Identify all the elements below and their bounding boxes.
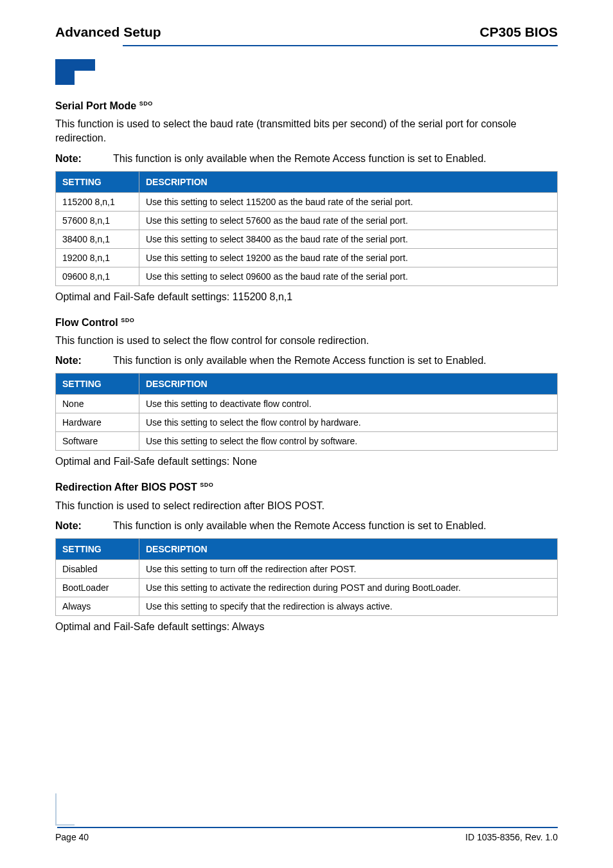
table-header-description: DESCRIPTION (139, 171, 558, 192)
default-settings-text: Optimal and Fail-Safe default settings: … (55, 456, 558, 467)
section-heading: Redirection After BIOS POST SDO (55, 482, 558, 493)
table-header-setting: SETTING (56, 539, 139, 560)
table-row: DisabledUse this setting to turn off the… (56, 560, 558, 579)
table-cell-description: Use this setting to select the flow cont… (139, 432, 558, 451)
table-row: NoneUse this setting to deactivate flow … (56, 395, 558, 413)
table-cell-description: Use this setting to specify that the red… (139, 597, 558, 616)
table-cell-description: Use this setting to select 115200 as the… (139, 192, 558, 211)
table-row: BootLoaderUse this setting to activate t… (56, 579, 558, 597)
section-heading-text: Flow Control (55, 317, 121, 328)
note-label: Note: (55, 520, 113, 532)
table-row: AlwaysUse this setting to specify that t… (56, 597, 558, 616)
section-heading-sup: SDO (139, 100, 153, 107)
table-row: SoftwareUse this setting to select the f… (56, 432, 558, 451)
table-cell-description: Use this setting to select 09600 as the … (139, 267, 558, 285)
table-cell-description: Use this setting to select 38400 as the … (139, 230, 558, 248)
section-intro: This function is used to select the baud… (55, 117, 558, 145)
table-cell-setting: None (56, 395, 139, 413)
table-row: 38400 8,n,1Use this setting to select 38… (56, 230, 558, 248)
note-text: This function is only available when the… (113, 355, 486, 366)
header-rule (123, 45, 558, 46)
note-text: This function is only available when the… (113, 520, 486, 532)
table-cell-setting: BootLoader (56, 579, 139, 597)
table-header-description: DESCRIPTION (139, 374, 558, 395)
table-row: 115200 8,n,1Use this setting to select 1… (56, 192, 558, 211)
default-settings-text: Optimal and Fail-Safe default settings: … (55, 291, 558, 303)
section-heading: Serial Port Mode SDO (55, 100, 558, 112)
footer-rule (57, 827, 558, 828)
footer-page-number: Page 40 (55, 832, 89, 842)
section-heading-sup: SDO (121, 317, 134, 323)
table-cell-setting: Always (56, 597, 139, 616)
default-settings-text: Optimal and Fail-Safe default settings: … (55, 621, 558, 633)
table-cell-setting: 09600 8,n,1 (56, 267, 139, 285)
page-header: Advanced Setup CP305 BIOS (55, 24, 558, 40)
section-heading: Flow Control SDO (55, 317, 558, 329)
table-cell-setting: Hardware (56, 413, 139, 432)
table-row: 19200 8,n,1Use this setting to select 19… (56, 248, 558, 267)
section-heading-text: Redirection After BIOS POST (55, 482, 200, 493)
note-row: Note:This function is only available whe… (55, 355, 558, 366)
table-row: HardwareUse this setting to select the f… (56, 413, 558, 432)
table-cell-setting: Software (56, 432, 139, 451)
note-row: Note:This function is only available whe… (55, 520, 558, 532)
table-cell-description: Use this setting to turn off the redirec… (139, 560, 558, 579)
table-header-description: DESCRIPTION (139, 539, 558, 560)
table-cell-description: Use this setting to activate the redirec… (139, 579, 558, 597)
table-header-setting: SETTING (56, 171, 139, 192)
footer-doc-id: ID 1035-8356, Rev. 1.0 (465, 832, 558, 842)
table-cell-description: Use this setting to select 19200 as the … (139, 248, 558, 267)
table-row: 09600 8,n,1Use this setting to select 09… (56, 267, 558, 285)
table-cell-description: Use this setting to select 57600 as the … (139, 211, 558, 230)
logo-icon (55, 59, 95, 85)
table-cell-description: Use this setting to deactivate flow cont… (139, 395, 558, 413)
header-left-title: Advanced Setup (55, 24, 161, 40)
table-cell-setting: 38400 8,n,1 (56, 230, 139, 248)
table-cell-setting: 19200 8,n,1 (56, 248, 139, 267)
settings-table: SETTINGDESCRIPTION115200 8,n,1Use this s… (55, 171, 558, 286)
footer-corner-decoration (55, 793, 75, 826)
section-heading-text: Serial Port Mode (55, 100, 139, 111)
table-cell-setting: 57600 8,n,1 (56, 211, 139, 230)
table-row: 57600 8,n,1Use this setting to select 57… (56, 211, 558, 230)
section-intro: This function is used to select the flow… (55, 334, 558, 348)
note-row: Note:This function is only available whe… (55, 153, 558, 165)
page-footer: Page 40 ID 1035-8356, Rev. 1.0 (55, 827, 558, 842)
section-heading-sup: SDO (200, 482, 213, 488)
table-cell-description: Use this setting to select the flow cont… (139, 413, 558, 432)
note-label: Note: (55, 355, 113, 366)
header-right-title: CP305 BIOS (480, 24, 558, 40)
settings-table: SETTINGDESCRIPTIONDisabledUse this setti… (55, 538, 558, 616)
table-cell-setting: 115200 8,n,1 (56, 192, 139, 211)
note-label: Note: (55, 153, 113, 165)
settings-table: SETTINGDESCRIPTIONNoneUse this setting t… (55, 373, 558, 451)
table-cell-setting: Disabled (56, 560, 139, 579)
note-text: This function is only available when the… (113, 153, 486, 165)
section-intro: This function is used to select redirect… (55, 499, 558, 513)
table-header-setting: SETTING (56, 374, 139, 395)
